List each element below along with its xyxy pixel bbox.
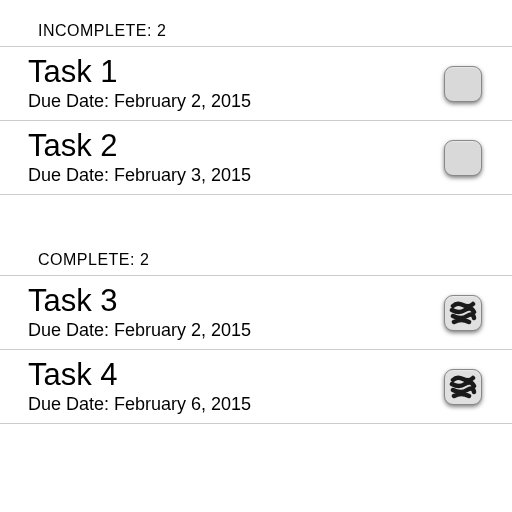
task-info: Task 2 Due Date: February 3, 2015 xyxy=(28,129,251,186)
task-row[interactable]: Task 2 Due Date: February 3, 2015 xyxy=(0,120,512,195)
checkbox-unchecked-icon[interactable] xyxy=(444,66,482,102)
task-due-date: Due Date: February 2, 2015 xyxy=(28,320,251,341)
incomplete-section: Task 1 Due Date: February 2, 2015 Task 2… xyxy=(0,46,512,195)
checkbox-checked-icon[interactable] xyxy=(444,295,482,331)
task-due-date: Due Date: February 2, 2015 xyxy=(28,91,251,112)
task-due-date: Due Date: February 6, 2015 xyxy=(28,394,251,415)
task-row[interactable]: Task 4 Due Date: February 6, 2015 xyxy=(0,349,512,424)
checkbox-checked-icon[interactable] xyxy=(444,369,482,405)
task-title: Task 1 xyxy=(28,55,251,89)
complete-section: Task 3 Due Date: February 2, 2015 Task 4… xyxy=(0,275,512,424)
task-info: Task 4 Due Date: February 6, 2015 xyxy=(28,358,251,415)
task-title: Task 3 xyxy=(28,284,251,318)
scribble-mark-icon xyxy=(449,374,477,400)
task-title: Task 4 xyxy=(28,358,251,392)
checkbox-unchecked-icon[interactable] xyxy=(444,140,482,176)
task-info: Task 1 Due Date: February 2, 2015 xyxy=(28,55,251,112)
task-row[interactable]: Task 3 Due Date: February 2, 2015 xyxy=(0,275,512,349)
task-info: Task 3 Due Date: February 2, 2015 xyxy=(28,284,251,341)
task-list: INCOMPLETE: 2 Task 1 Due Date: February … xyxy=(0,0,512,424)
section-header-incomplete: INCOMPLETE: 2 xyxy=(0,22,512,46)
task-due-date: Due Date: February 3, 2015 xyxy=(28,165,251,186)
task-row[interactable]: Task 1 Due Date: February 2, 2015 xyxy=(0,46,512,120)
section-gap xyxy=(0,195,512,251)
task-title: Task 2 xyxy=(28,129,251,163)
section-header-complete: COMPLETE: 2 xyxy=(0,251,512,275)
scribble-mark-icon xyxy=(449,300,477,326)
